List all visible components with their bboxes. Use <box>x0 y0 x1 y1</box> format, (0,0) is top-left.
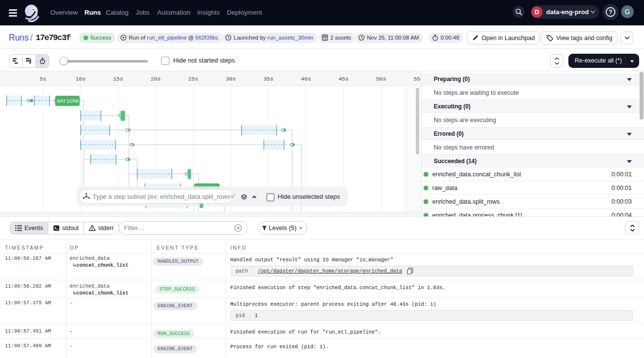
svg-text:20s: 20s <box>151 76 161 82</box>
svg-text:45s: 45s <box>339 76 349 82</box>
svg-text:35s: 35s <box>263 76 274 82</box>
svg-text:Type a step subset (ex: enrich: Type a step subset (ex: enriched_data.sp… <box>93 193 235 200</box>
svg-text:?: ? <box>609 9 612 16</box>
svg-text:25s: 25s <box>188 76 199 82</box>
svg-text:5s: 5s <box>40 76 46 82</box>
svg-text:40s: 40s <box>301 76 311 82</box>
svg-text:enriche…: enriche… <box>57 98 81 104</box>
svg-text:55s: 55s <box>414 76 421 82</box>
svg-text:15s: 15s <box>113 76 123 82</box>
svg-text:10s: 10s <box>76 76 86 82</box>
svg-text:50s: 50s <box>376 76 386 82</box>
svg-text:30s: 30s <box>226 76 236 82</box>
svg-text:Hide unselected steps: Hide unselected steps <box>278 193 340 200</box>
